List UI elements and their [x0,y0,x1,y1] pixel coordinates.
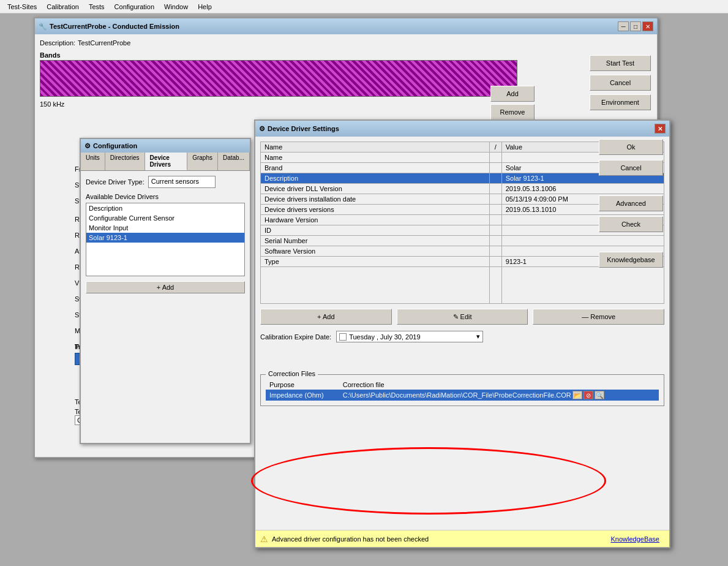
minimize-button[interactable]: ─ [618,21,629,31]
start-test-button[interactable]: Start Test [590,55,651,71]
knowledgebase-link[interactable]: KnowledgeBase [610,535,659,543]
calib-checkbox[interactable] [339,333,347,341]
prop-sep-5 [489,205,501,215]
prop-name-1: Brand [261,163,490,173]
menu-calibration[interactable]: Calibration [42,2,84,12]
prop-name-7: ID [261,225,490,236]
config-content: Device Driver Type: Current sensors Avai… [81,171,250,298]
menu-help[interactable]: Help [193,2,217,12]
prop-sep-7 [489,225,501,236]
driver-list: Description Configurable Current Sensor … [86,203,245,276]
correction-files-label: Correction Files [266,370,318,377]
dds-cancel-button[interactable]: Cancel [599,160,663,176]
col-name-header: Name [261,142,490,153]
tab-datab[interactable]: Datab... [218,153,250,170]
driver-type-label: Device Driver Type: [86,178,144,186]
prop-name-8: Serial Number [261,236,490,246]
description-label: Description: [40,39,75,47]
knowledgebase-button[interactable]: Knowledgebase [599,252,663,268]
dds-close-button[interactable]: ✕ [655,124,666,134]
file-delete-icon[interactable]: ⊘ [584,391,593,399]
prop-name-2: Description [261,173,490,184]
close-button[interactable]: ✕ [642,21,653,31]
menu-tests[interactable]: Tests [84,2,110,12]
prop-sep-3 [489,184,501,194]
calib-dropdown-icon[interactable]: ▾ [476,333,480,341]
prop-name-10: Type [261,257,490,267]
prop-sep-8 [489,236,501,246]
prop-sep-10 [489,257,501,267]
main-window-titlebar: 🔧 TestCurrentProbe - Conducted Emission … [35,18,657,34]
prop-empty-1 [489,267,501,304]
corr-col-purpose: Purpose [266,380,339,390]
menu-configuration[interactable]: Configuration [110,2,159,12]
prop-sep-9 [489,246,501,257]
dds-dialog: ⚙ Device Driver Settings ✕ Name / Value … [254,119,670,548]
available-drivers-label: Available Device Drivers [86,193,245,200]
add-prop-button[interactable]: + Add [260,309,392,325]
add-band-button[interactable]: Add [490,86,535,102]
prop-name-4: Device drivers installation date [261,194,490,205]
remove-prop-button[interactable]: — Remove [533,309,664,325]
bands-section: Bands [40,51,652,97]
menu-test-sites[interactable]: Test-Sites [2,2,42,12]
main-window-controls: ─ □ ✕ [618,21,653,31]
driver-item-1[interactable]: Configurable Current Sensor [86,213,244,223]
ok-button[interactable]: Ok [599,139,663,155]
calibration-row: Calibration Expire Date: Tuesday , July … [260,331,664,342]
driver-type-dropdown[interactable]: Current sensors [148,176,216,188]
config-title: Configuration [93,142,137,149]
prop-sep-6 [489,215,501,225]
warning-bar: ⚠ Advanced driver configuration has not … [255,530,669,547]
tab-directories[interactable]: Directories [105,153,145,170]
prop-name-0: Name [261,153,490,163]
calib-label: Calibration Expire Date: [260,333,331,341]
file-path-row: C:\Users\Public\Documents\RadiMation\COR… [343,391,655,399]
prop-sep-2 [489,173,501,184]
corr-row-0[interactable]: Impedance (Ohm) C:\Users\Public\Document… [266,390,659,401]
config-titlebar: ⚙ Configuration [81,139,250,153]
calib-date-text: Tuesday , July 30, 2019 [349,333,420,341]
driver-item-3[interactable]: Solar 9123-1 [86,233,244,243]
advanced-button[interactable]: Advanced [599,195,663,211]
config-add-button[interactable]: + Add [86,281,245,293]
edit-prop-button[interactable]: ✎ Edit [397,309,528,325]
menu-window[interactable]: Window [159,2,193,12]
warning-icon: ⚠ [260,534,268,544]
file-search-icon[interactable]: 🔍 [595,391,604,399]
prop-name-5: Device drivers versions [261,205,490,215]
maximize-button[interactable]: □ [630,21,641,31]
prop-name-9: Software Version [261,246,490,257]
config-icon: ⚙ [84,142,91,150]
tab-graphs[interactable]: Graphs [187,153,218,170]
prop-row-empty [261,267,664,304]
main-window-icon: 🔧 [39,23,47,31]
bands-label: Bands [40,51,652,59]
config-dialog: ⚙ Configuration Units Directories Device… [80,138,251,444]
menu-bar: Test-Sites Calibration Tests Configurati… [0,0,728,13]
prop-empty-2 [501,267,664,304]
cancel-button[interactable]: Cancel [590,75,651,91]
prop-sep-0 [489,153,501,163]
col-sep-header: / [489,142,501,153]
correction-table: Purpose Correction file Impedance (Ohm) … [266,380,659,401]
remove-band-button[interactable]: Remove [490,104,535,120]
spacer [260,350,664,374]
action-buttons: + Add ✎ Edit — Remove [260,309,664,325]
file-open-icon[interactable]: 📂 [572,391,582,399]
corr-col-file: Correction file [339,380,659,390]
driver-item-0[interactable]: Description [86,203,244,213]
corr-purpose-0: Impedance (Ohm) [266,390,339,401]
calib-date-box[interactable]: Tuesday , July 30, 2019 ▾ [336,331,483,342]
prop-name-3: Device driver DLL Version [261,184,490,194]
config-tabs: Units Directories Device Drivers Graphs … [81,153,250,171]
check-button[interactable]: Check [599,216,663,232]
tab-units[interactable]: Units [81,153,105,170]
environment-button[interactable]: Environment [590,94,651,110]
main-content: Description: TestCurrentProbe Bands 150 … [35,34,657,113]
driver-type-row: Device Driver Type: Current sensors [86,176,245,188]
freq-label: 150 kHz [40,100,652,108]
tab-device-drivers[interactable]: Device Drivers [145,153,188,170]
driver-item-2[interactable]: Monitor Input [86,223,244,233]
correction-section: Correction Files Purpose Correction file… [260,374,664,406]
